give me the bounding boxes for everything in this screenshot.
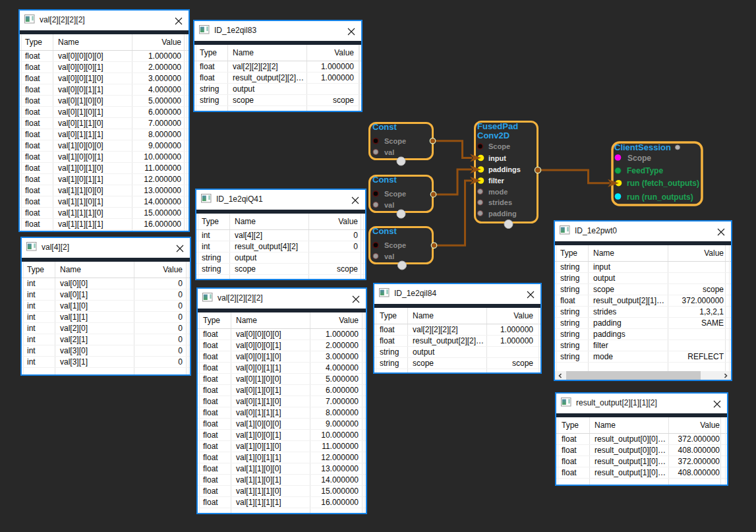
svg-text:Const: Const xyxy=(372,226,397,236)
svg-text:paddings: paddings xyxy=(488,165,521,173)
svg-text:ClientSession: ClientSession xyxy=(614,142,671,152)
svg-text:mode: mode xyxy=(488,188,508,196)
svg-text:filter: filter xyxy=(488,177,505,185)
svg-text:Scope: Scope xyxy=(488,142,510,150)
svg-text:padding: padding xyxy=(488,210,517,218)
svg-text:Scope: Scope xyxy=(627,154,651,163)
svg-text:val: val xyxy=(384,201,394,209)
svg-text:val: val xyxy=(384,252,394,260)
svg-text:run (run_outputs): run (run_outputs) xyxy=(627,192,693,202)
svg-text:FeedType: FeedType xyxy=(627,166,663,175)
svg-text:Scope: Scope xyxy=(384,137,406,145)
svg-text:strides: strides xyxy=(488,198,512,206)
svg-text:FusedPad: FusedPad xyxy=(477,121,518,131)
svg-text:val: val xyxy=(384,148,394,156)
svg-text:Const: Const xyxy=(372,122,397,132)
svg-text:run (fetch_outputs): run (fetch_outputs) xyxy=(627,179,699,188)
svg-text:Const: Const xyxy=(372,175,397,185)
svg-text:Scope: Scope xyxy=(384,190,406,198)
svg-text:Conv2D: Conv2D xyxy=(477,131,509,140)
svg-text:Scope: Scope xyxy=(384,241,406,249)
svg-text:input: input xyxy=(488,154,506,162)
